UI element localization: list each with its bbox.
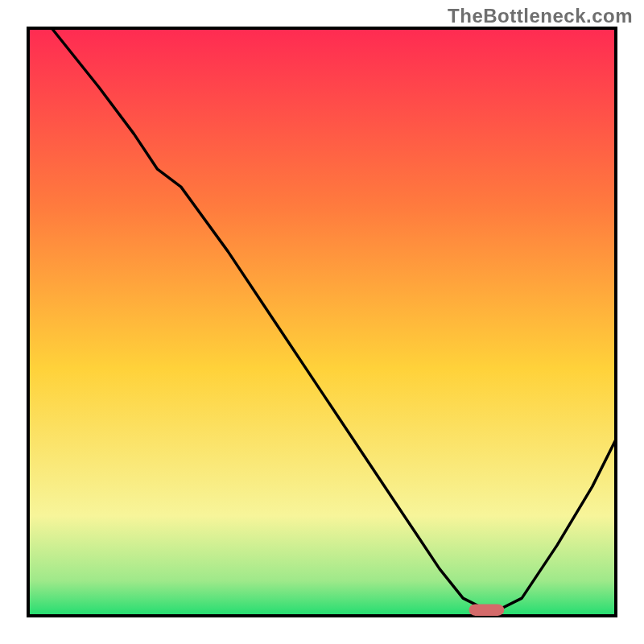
- optimal-marker: [469, 604, 505, 616]
- chart-svg: [0, 0, 644, 644]
- bottleneck-chart: TheBottleneck.com: [0, 0, 644, 644]
- watermark-text: TheBottleneck.com: [448, 5, 633, 27]
- gradient-background: [28, 28, 616, 616]
